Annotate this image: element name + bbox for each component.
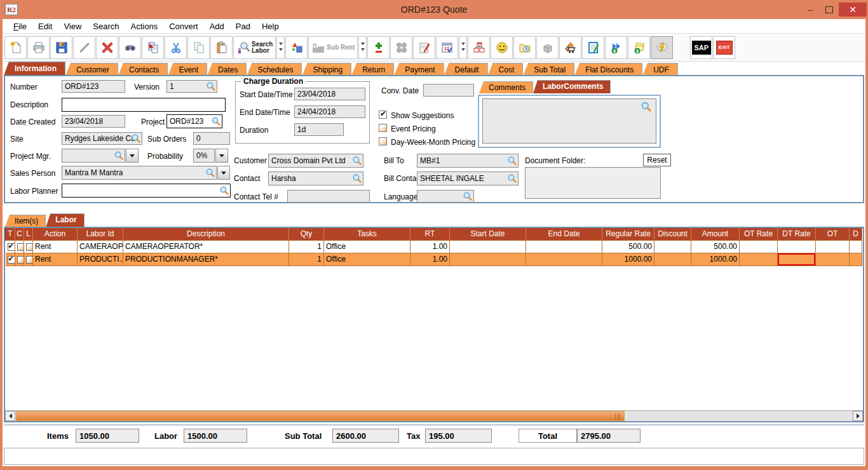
menu-add[interactable]: Add — [204, 20, 230, 33]
tab-items[interactable]: Item(s) — [5, 215, 46, 227]
labor-planner-field[interactable] — [62, 184, 231, 198]
paste-button[interactable] — [210, 36, 233, 59]
print-button[interactable] — [27, 36, 50, 59]
cell-start-date[interactable] — [450, 240, 526, 253]
bill-to-field[interactable]: MB#1 — [417, 154, 519, 168]
contact-tel-field[interactable] — [287, 190, 370, 203]
col-c[interactable]: C — [15, 228, 24, 240]
tab-contacts[interactable]: Contacts — [118, 63, 168, 76]
cell-dt-rate[interactable] — [778, 240, 816, 253]
lightning-button[interactable] — [651, 36, 673, 59]
show-suggestions-checkbox[interactable] — [379, 111, 387, 119]
kit-button[interactable] — [390, 36, 412, 59]
tab-schedules[interactable]: Schedules — [247, 63, 302, 76]
purchase-button[interactable] — [559, 36, 581, 59]
sales-person-search-icon[interactable] — [205, 168, 215, 178]
project-mgr-search-icon[interactable] — [114, 151, 124, 161]
copy-order-button[interactable] — [142, 36, 164, 59]
find-button[interactable] — [119, 36, 141, 59]
project-mgr-field[interactable] — [62, 149, 125, 163]
save-button[interactable] — [50, 36, 72, 59]
row2-c-checkbox[interactable] — [17, 256, 24, 264]
dwm-pricing-checkbox[interactable] — [379, 137, 387, 145]
version-field[interactable]: 1 — [166, 80, 217, 93]
description-field[interactable] — [62, 98, 226, 112]
col-qty[interactable]: Qty — [289, 228, 324, 240]
cell-tasks[interactable]: Office — [324, 253, 410, 265]
menu-pad[interactable]: Pad — [230, 20, 256, 33]
menu-convert[interactable]: Convert — [163, 20, 204, 33]
tab-default[interactable]: Default — [444, 63, 488, 76]
comments-search-icon[interactable] — [641, 101, 652, 112]
menu-view[interactable]: View — [58, 20, 87, 33]
project-mgr-dropdown[interactable] — [126, 149, 139, 163]
cell-amount[interactable]: 1000.00 — [691, 253, 740, 265]
items-shapes-button[interactable] — [285, 36, 308, 59]
date-created-field[interactable]: 23/04/2018 — [62, 115, 125, 128]
row1-c-checkbox[interactable] — [17, 243, 24, 251]
sub-orders-field[interactable]: 0 — [193, 132, 230, 145]
edit-document-button[interactable] — [582, 36, 604, 59]
col-tasks[interactable]: Tasks — [324, 228, 410, 240]
cell-rt[interactable]: 1.00 — [410, 240, 450, 253]
calendar-button[interactable]: 12 — [436, 36, 458, 59]
calendar-dropdown[interactable] — [459, 36, 467, 59]
col-discount[interactable]: Discount — [654, 228, 691, 240]
cell-description[interactable]: CAMERAOPERATOR* — [123, 240, 289, 253]
event-pricing-checkbox[interactable] — [379, 124, 387, 132]
tab-event[interactable]: Event — [168, 63, 207, 76]
labor-comments-textarea[interactable] — [482, 98, 656, 144]
scroll-left-button[interactable] — [5, 411, 15, 421]
tab-information[interactable]: Information — [4, 62, 65, 76]
horizontal-scrollbar[interactable] — [5, 410, 863, 421]
cell-description[interactable]: PRODUCTIONMANAGER* — [123, 253, 289, 265]
sap-button[interactable]: SAP — [690, 36, 712, 59]
language-search-icon[interactable] — [463, 191, 473, 201]
copy-button[interactable] — [187, 36, 210, 59]
tab-dates[interactable]: Dates — [207, 63, 247, 76]
menu-edit[interactable]: Edit — [32, 20, 58, 33]
new-button[interactable] — [4, 36, 27, 59]
edit-button[interactable] — [73, 36, 95, 59]
cell-dt-rate-selected[interactable] — [778, 253, 816, 265]
tab-udf[interactable]: UDF — [642, 63, 678, 76]
cell-amount[interactable]: 500.00 — [691, 240, 740, 253]
menu-help[interactable]: Help — [256, 20, 285, 33]
maximize-button[interactable] — [820, 3, 839, 17]
cut-button[interactable] — [165, 36, 187, 59]
tab-shipping[interactable]: Shipping — [302, 63, 351, 76]
cell-start-date[interactable] — [450, 253, 526, 265]
bill-contact-search-icon[interactable] — [507, 173, 517, 184]
sub-rent-dropdown[interactable] — [358, 36, 367, 59]
col-start-date[interactable]: Start Date — [450, 228, 526, 240]
payment-button[interactable]: $ — [605, 36, 627, 59]
cell-d[interactable] — [850, 240, 862, 253]
scroll-right-button[interactable] — [853, 411, 863, 421]
contact-field[interactable]: Harsha — [268, 171, 363, 185]
tab-customer[interactable]: Customer — [65, 63, 118, 76]
cell-labor-id[interactable]: PRODUCTI... — [78, 253, 123, 265]
project-search-icon[interactable] — [211, 116, 221, 126]
minimize-button[interactable]: – — [801, 3, 820, 17]
tab-labor[interactable]: Labor — [46, 213, 84, 227]
project-field[interactable]: ORD#123 — [166, 114, 222, 128]
cell-tasks[interactable]: Office — [324, 240, 410, 253]
tab-cost[interactable]: Cost — [488, 63, 524, 76]
menu-search[interactable]: Search — [87, 20, 125, 33]
col-description[interactable]: Description — [123, 228, 289, 240]
scrollbar-thumb[interactable] — [16, 411, 625, 421]
col-end-date[interactable]: End Date — [526, 228, 602, 240]
site-field[interactable]: Rydges Lakeside Ca — [62, 132, 142, 145]
col-l[interactable]: L — [24, 228, 33, 240]
search-labor-button[interactable]: SearchLabor — [233, 36, 276, 59]
language-field[interactable] — [417, 190, 474, 203]
probability-dropdown[interactable] — [215, 149, 228, 163]
cell-regular-rate[interactable]: 1000.00 — [602, 253, 654, 265]
col-amount[interactable]: Amount — [691, 228, 740, 240]
edit-notes-button[interactable] — [413, 36, 435, 59]
add-remove-button[interactable] — [367, 36, 390, 59]
cell-ot-rate[interactable] — [740, 253, 778, 265]
exit-button[interactable]: EXIT — [713, 36, 735, 59]
version-search-icon[interactable] — [206, 81, 216, 91]
labor-planner-search-icon[interactable] — [219, 185, 229, 196]
